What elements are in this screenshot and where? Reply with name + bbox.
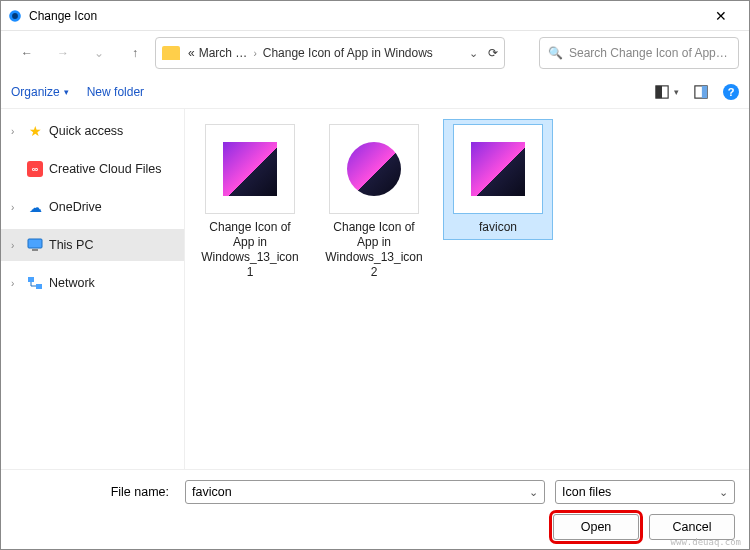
sidebar-item-quick-access[interactable]: › ★ Quick access	[1, 115, 184, 147]
arrow-right-icon: →	[57, 46, 69, 60]
arrow-up-icon: ↑	[132, 46, 138, 60]
creative-cloud-icon: ∞	[27, 161, 43, 177]
file-thumbnail	[205, 124, 295, 214]
caret-down-icon: ▾	[64, 87, 69, 97]
folder-icon	[162, 46, 180, 60]
sidebar-item-this-pc[interactable]: › This PC	[1, 229, 184, 261]
expand-icon[interactable]: ›	[11, 202, 21, 213]
close-button[interactable]: ✕	[701, 2, 741, 30]
refresh-icon: ⟳	[488, 46, 498, 60]
body-split: › ★ Quick access ∞ Creative Cloud Files …	[1, 109, 749, 469]
expand-icon[interactable]: ›	[11, 278, 21, 289]
onedrive-icon: ☁	[27, 199, 43, 215]
toolbar: Organize ▾ New folder ▾ ?	[1, 75, 749, 109]
filename-value: favicon	[192, 485, 232, 499]
up-button[interactable]: ↑	[119, 37, 151, 69]
file-thumbnail	[453, 124, 543, 214]
file-item[interactable]: Change Icon of App in Windows_13_icon1	[195, 119, 305, 285]
cancel-button[interactable]: Cancel	[649, 514, 735, 540]
search-icon: 🔍	[548, 46, 563, 60]
file-label: Change Icon of App in Windows_13_icon2	[324, 220, 424, 280]
new-folder-label: New folder	[87, 85, 144, 99]
view-mode-button[interactable]	[654, 84, 670, 100]
filename-input[interactable]: favicon ⌄	[185, 480, 545, 504]
chevron-down-icon[interactable]: ⌄	[469, 47, 478, 60]
file-list[interactable]: Change Icon of App in Windows_13_icon1 C…	[185, 109, 749, 469]
view-caret-icon[interactable]: ▾	[674, 87, 679, 97]
expand-icon[interactable]: ›	[11, 240, 21, 251]
breadcrumb-seg[interactable]: Change Icon of App in Windows	[263, 46, 433, 60]
svg-rect-6	[28, 239, 42, 248]
back-button[interactable]: ←	[11, 37, 43, 69]
help-button[interactable]: ?	[723, 84, 739, 100]
breadcrumb-seg[interactable]: March …	[199, 46, 248, 60]
star-icon: ★	[27, 123, 43, 139]
breadcrumb-bar[interactable]: « March … › Change Icon of App in Window…	[155, 37, 505, 69]
close-icon: ✕	[715, 8, 727, 24]
titlebar: Change Icon ✕	[1, 1, 749, 31]
refresh-button[interactable]: ⟳	[488, 46, 498, 60]
nav-row: ← → ⌄ ↑ « March … › Change Icon of App i…	[1, 31, 749, 75]
search-placeholder: Search Change Icon of App i…	[569, 46, 730, 60]
organize-menu[interactable]: Organize ▾	[11, 85, 69, 99]
file-item-selected[interactable]: favicon	[443, 119, 553, 240]
expand-icon[interactable]: ›	[11, 126, 21, 137]
chevron-down-icon: ⌄	[94, 46, 104, 60]
new-folder-button[interactable]: New folder	[87, 85, 144, 99]
sidebar-item-label: OneDrive	[49, 200, 102, 214]
file-thumbnail	[329, 124, 419, 214]
svg-rect-3	[656, 85, 662, 97]
sidebar-item-label: This PC	[49, 238, 93, 252]
recent-dropdown[interactable]: ⌄	[83, 37, 115, 69]
sidebar-item-network[interactable]: › Network	[1, 267, 184, 299]
file-label: favicon	[448, 220, 548, 235]
filetype-select[interactable]: Icon files ⌄	[555, 480, 735, 504]
pc-icon	[27, 237, 43, 253]
svg-point-1	[12, 13, 18, 19]
sidebar-item-label: Quick access	[49, 124, 123, 138]
svg-rect-8	[28, 277, 34, 282]
breadcrumb-sep: ›	[251, 48, 258, 59]
svg-rect-5	[702, 85, 707, 97]
file-label: Change Icon of App in Windows_13_icon1	[200, 220, 300, 280]
open-label: Open	[581, 520, 612, 534]
forward-button[interactable]: →	[47, 37, 79, 69]
cancel-label: Cancel	[673, 520, 712, 534]
file-item[interactable]: Change Icon of App in Windows_13_icon2	[319, 119, 429, 285]
preview-pane-button[interactable]	[693, 84, 709, 100]
search-input[interactable]: 🔍 Search Change Icon of App i…	[539, 37, 739, 69]
sidebar-item-label: Creative Cloud Files	[49, 162, 162, 176]
breadcrumb-prefix: «	[188, 46, 195, 60]
arrow-left-icon: ←	[21, 46, 33, 60]
bottom-bar: File name: favicon ⌄ Icon files ⌄ Open C…	[1, 469, 749, 550]
organize-label: Organize	[11, 85, 60, 99]
app-icon	[7, 8, 23, 24]
window-title: Change Icon	[29, 9, 97, 23]
chevron-down-icon[interactable]: ⌄	[529, 486, 538, 499]
chevron-down-icon: ⌄	[719, 486, 728, 499]
sidebar-item-onedrive[interactable]: › ☁ OneDrive	[1, 191, 184, 223]
sidebar-item-label: Network	[49, 276, 95, 290]
open-button[interactable]: Open	[553, 514, 639, 540]
help-icon: ?	[728, 86, 735, 98]
network-icon	[27, 275, 43, 291]
svg-rect-7	[32, 249, 38, 251]
filename-label: File name:	[15, 485, 175, 499]
svg-rect-9	[36, 284, 42, 289]
sidebar-item-creative-cloud[interactable]: ∞ Creative Cloud Files	[1, 153, 184, 185]
sidebar: › ★ Quick access ∞ Creative Cloud Files …	[1, 109, 185, 469]
filetype-label: Icon files	[562, 485, 611, 499]
